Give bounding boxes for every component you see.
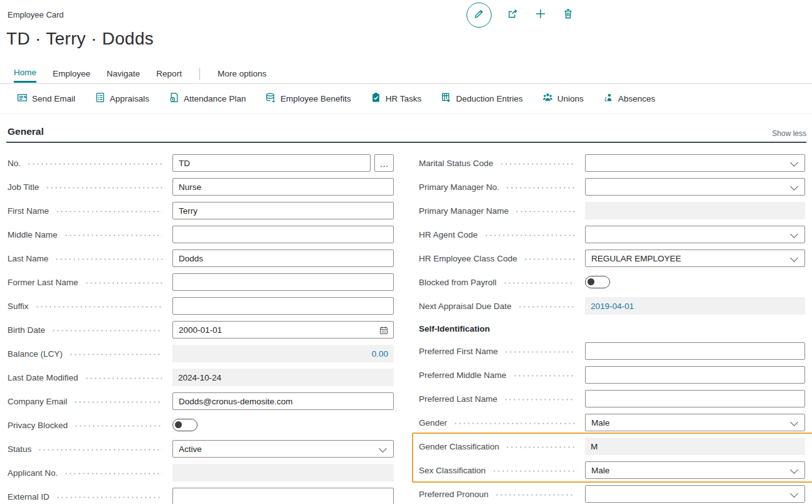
middle-name-input[interactable]: [172, 226, 394, 243]
action-unions[interactable]: Unions: [542, 92, 584, 105]
hr-employee-class-code-select[interactable]: REGULAR EMPLOYEE: [585, 249, 805, 267]
field-control-wrap: [172, 488, 394, 504]
trash-icon: [562, 8, 574, 23]
attendance-plan-icon: [169, 92, 179, 105]
action-employee-benefits[interactable]: Employee Benefits: [265, 92, 351, 105]
page-title: TD · Terry · Dodds: [6, 29, 154, 49]
field-value: Terry: [179, 206, 198, 216]
action-deduction-entries[interactable]: Deduction Entries: [441, 92, 523, 105]
action-hr-tasks[interactable]: HR Tasks: [371, 92, 422, 105]
privacy-blocked-toggle[interactable]: [172, 419, 198, 431]
birth-date-input[interactable]: 2000-01-01: [172, 321, 394, 339]
field-label-wrap: Marital Status Code: [419, 154, 580, 172]
job-title-input[interactable]: Nurse: [172, 178, 394, 196]
gender-select[interactable]: Male: [585, 414, 805, 431]
preferred-first-name-input[interactable]: [585, 342, 805, 360]
field-row-former-last-name: Former Last Name: [8, 273, 394, 291]
chevron-down-icon[interactable]: [790, 254, 798, 262]
field-label: Blocked from Payroll: [419, 278, 497, 287]
chevron-down-icon[interactable]: [790, 159, 798, 167]
field-control-wrap: Dodds@cronus-demosite.com: [172, 392, 394, 410]
preferred-pronoun-select[interactable]: [585, 485, 805, 503]
add-button[interactable]: [534, 8, 547, 23]
dotted-leader: [513, 375, 575, 377]
field-label: External ID: [8, 492, 50, 501]
assist-edit-button[interactable]: …: [374, 154, 394, 172]
field-label: Primary Manager No.: [419, 182, 499, 192]
field-label: No.: [8, 159, 21, 168]
edit-button[interactable]: [467, 3, 492, 28]
chevron-down-icon[interactable]: [790, 230, 798, 238]
chevron-down-icon[interactable]: [790, 418, 798, 426]
no-input[interactable]: TD: [172, 154, 371, 172]
tab-bar: Home Employee Navigate Report More optio…: [14, 68, 266, 83]
field-row-preferred-first-name: Preferred First Name: [419, 342, 805, 360]
field-value: Dodds@cronus-demosite.com: [179, 397, 293, 406]
dotted-leader: [500, 163, 575, 165]
field-label-wrap: No.: [8, 154, 167, 172]
sex-classification-select[interactable]: Male: [585, 461, 805, 479]
share-icon: [507, 8, 519, 23]
field-row-middle-name: Middle Name: [8, 226, 394, 243]
field-row-primary-manager-no: Primary Manager No.: [419, 178, 805, 196]
tab-navigate[interactable]: Navigate: [107, 69, 140, 82]
tab-report[interactable]: Report: [156, 69, 182, 82]
first-name-input[interactable]: Terry: [172, 202, 394, 219]
tab-home[interactable]: Home: [14, 68, 36, 83]
tab-more-options[interactable]: More options: [218, 69, 266, 82]
chevron-down-icon[interactable]: [379, 444, 387, 453]
external-id-input[interactable]: [172, 488, 394, 504]
field-control-wrap: [585, 154, 805, 172]
chevron-down-icon[interactable]: [790, 490, 798, 498]
tabs-separator: [0, 83, 812, 84]
action-label: Send Email: [32, 94, 75, 103]
field-row-applicant-no: Applicant No.: [8, 464, 394, 481]
field-row-first-name: First NameTerry: [8, 202, 394, 219]
field-label: Preferred Middle Name: [419, 370, 507, 380]
calendar-icon[interactable]: [379, 326, 388, 337]
field-value: 2024-10-24: [178, 373, 221, 382]
company-email-input[interactable]: Dodds@cronus-demosite.com: [172, 392, 394, 410]
field-label: Former Last Name: [8, 278, 78, 287]
next-appraisal-due-date-readonly-field: 2019-04-01: [585, 297, 805, 315]
action-appraisals[interactable]: Appraisals: [95, 92, 149, 105]
field-label: Middle Name: [8, 230, 58, 239]
dotted-leader: [524, 258, 575, 260]
marital-status-code-select[interactable]: [585, 154, 805, 172]
show-less-link[interactable]: Show less: [772, 129, 806, 138]
field-control-wrap: Nurse: [172, 178, 394, 196]
dotted-leader: [69, 354, 162, 355]
action-attendance-plan[interactable]: Attendance Plan: [169, 92, 246, 105]
share-button[interactable]: [507, 8, 519, 23]
field-label: Privacy Blocked: [8, 421, 68, 430]
field-row-suffix: Suffix: [8, 297, 394, 315]
field-label-wrap: Blocked from Payroll: [419, 273, 580, 291]
action-absences[interactable]: Absences: [603, 92, 655, 105]
field-label: Applicant No.: [8, 468, 58, 478]
status-select[interactable]: Active: [172, 440, 394, 458]
hr-agent-code-select[interactable]: [585, 226, 805, 243]
action-label: HR Tasks: [386, 94, 422, 103]
blocked-from-payroll-toggle[interactable]: [585, 276, 610, 288]
action-send-email[interactable]: Send Email: [17, 92, 75, 105]
field-row-preferred-pronoun: Preferred Pronoun: [419, 485, 805, 503]
preferred-last-name-input[interactable]: [585, 390, 805, 407]
last-name-input[interactable]: Dodds: [172, 249, 394, 267]
field-control-wrap: [585, 342, 805, 360]
chevron-down-icon[interactable]: [790, 182, 798, 191]
suffix-input[interactable]: [172, 297, 394, 315]
field-control-wrap: [172, 226, 394, 243]
chevron-down-icon[interactable]: [790, 466, 798, 474]
section-title-general[interactable]: General: [8, 126, 44, 137]
field-control-wrap: [585, 273, 805, 291]
primary-manager-no-select[interactable]: [585, 178, 805, 196]
dotted-leader: [55, 258, 162, 260]
field-label-wrap: Gender Classification: [419, 438, 580, 455]
former-last-name-input[interactable]: [172, 273, 394, 291]
dotted-leader: [55, 211, 162, 213]
tab-employee[interactable]: Employee: [53, 69, 90, 82]
dotted-leader: [38, 449, 162, 451]
delete-button[interactable]: [562, 8, 574, 23]
preferred-middle-name-input[interactable]: [585, 366, 805, 384]
field-value: REGULAR EMPLOYEE: [591, 254, 681, 263]
